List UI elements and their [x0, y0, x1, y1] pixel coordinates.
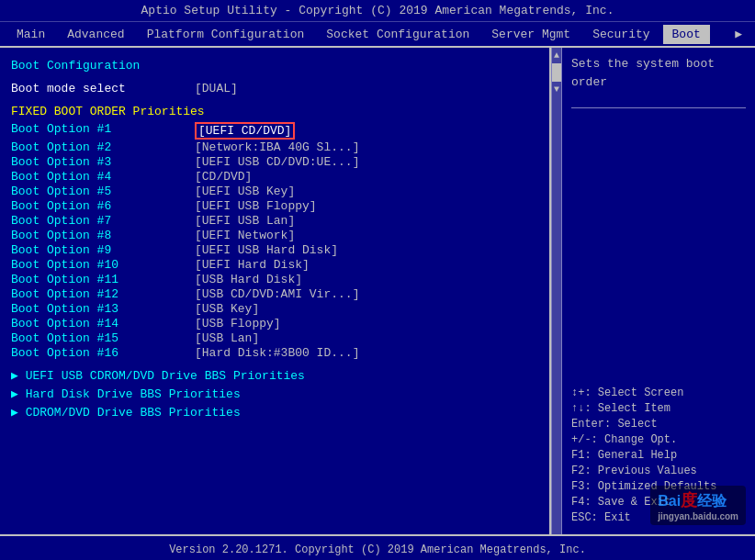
boot-option-label: Boot Option #6 [11, 199, 195, 213]
boot-option-value: [UEFI Hard Disk] [195, 258, 310, 272]
boot-option-value: [Hard Disk:#3B00 ID...] [195, 346, 359, 360]
boot-option-row[interactable]: Boot Option #2[Network:IBA 40G Sl...] [11, 140, 538, 154]
scroll-down-arrow[interactable]: ▼ [553, 84, 560, 95]
boot-option-row[interactable]: Boot Option #11[USB Hard Disk] [11, 273, 538, 286]
scrollbar[interactable]: ▲ ▼ [551, 48, 562, 534]
boot-option-label: Boot Option #13 [11, 302, 195, 316]
help-text: Sets the system boot order [571, 55, 746, 91]
help-divider [571, 107, 746, 108]
boot-option-row[interactable]: Boot Option #6[UEFI USB Floppy] [11, 199, 538, 213]
boot-option-label: Boot Option #3 [11, 155, 195, 169]
boot-options-list: Boot Option #1[UEFI CD/DVD]Boot Option #… [11, 122, 538, 360]
boot-option-row[interactable]: Boot Option #15[USB Lan] [11, 331, 538, 345]
boot-option-label: Boot Option #2 [11, 140, 195, 154]
title-text: Aptio Setup Utility - Copyright (C) 2019… [141, 4, 614, 17]
scroll-up-arrow[interactable]: ▲ [553, 50, 560, 62]
boot-option-row[interactable]: Boot Option #14[USB Floppy] [11, 317, 538, 330]
help-command: +/-: Change Opt. [571, 433, 746, 446]
boot-option-label: Boot Option #4 [11, 170, 195, 184]
boot-option-label: Boot Option #15 [11, 331, 195, 345]
boot-option-row[interactable]: Boot Option #12[USB CD/DVD:AMI Vir...] [11, 287, 538, 301]
watermark-url: jingyan.baidu.com [658, 511, 738, 521]
boot-option-value: [UEFI USB Lan] [195, 214, 295, 228]
boot-option-row[interactable]: Boot Option #1[UEFI CD/DVD] [11, 122, 538, 140]
boot-mode-row: Boot mode select [DUAL] [11, 82, 538, 95]
boot-option-label: Boot Option #1 [11, 122, 195, 140]
boot-option-value: [UEFI USB CD/DVD:UE...] [195, 155, 359, 169]
footer-text: Version 2.20.1271. Copyright (C) 2019 Am… [169, 543, 586, 556]
boot-option-label: Boot Option #12 [11, 287, 195, 301]
boot-option-value: [UEFI USB Hard Disk] [195, 243, 338, 257]
boot-option-row[interactable]: Boot Option #16[Hard Disk:#3B00 ID...] [11, 346, 538, 360]
menu-item-server-mgmt[interactable]: Server Mgmt [482, 25, 580, 44]
watermark-text: Bai [658, 493, 681, 509]
boot-option-value: [Network:IBA 40G Sl...] [195, 140, 359, 154]
help-command: ↑↓: Select Item [571, 402, 746, 415]
menu-item-boot[interactable]: Boot [663, 25, 710, 44]
title-bar: Aptio Setup Utility - Copyright (C) 2019… [0, 0, 755, 22]
help-command: Enter: Select [571, 418, 746, 431]
submenu-item[interactable]: UEFI USB CDROM/DVD Drive BBS Priorities [11, 367, 538, 384]
help-command: F1: General Help [571, 449, 746, 462]
boot-option-row[interactable]: Boot Option #13[USB Key] [11, 302, 538, 316]
boot-mode-label[interactable]: Boot mode select [11, 82, 195, 95]
submenu-item[interactable]: Hard Disk Drive BBS Priorities [11, 386, 538, 402]
boot-option-row[interactable]: Boot Option #7[UEFI USB Lan] [11, 214, 538, 228]
submenu-item[interactable]: CDROM/DVD Drive BBS Priorities [11, 404, 538, 420]
boot-option-row[interactable]: Boot Option #10[UEFI Hard Disk] [11, 258, 538, 272]
boot-option-value: [USB Key] [195, 302, 259, 316]
menu-right-arrow[interactable]: ▶ [729, 24, 748, 44]
boot-option-row[interactable]: Boot Option #4[CD/DVD] [11, 170, 538, 184]
boot-option-label: Boot Option #14 [11, 317, 195, 330]
boot-config-title: Boot Configuration [11, 59, 538, 73]
boot-option-label: Boot Option #9 [11, 243, 195, 257]
boot-option-row[interactable]: Boot Option #5[UEFI USB Key] [11, 185, 538, 198]
boot-option-label: Boot Option #11 [11, 273, 195, 286]
boot-option-label: Boot Option #10 [11, 258, 195, 272]
boot-option-value: [UEFI USB Floppy] [195, 199, 317, 213]
menu-bar: MainAdvancedPlatform ConfigurationSocket… [0, 22, 755, 48]
help-command: ↕+: Select Screen [571, 386, 746, 399]
boot-option-label: Boot Option #5 [11, 185, 195, 198]
menu-item-socket-configuration[interactable]: Socket Configuration [317, 25, 479, 44]
boot-option-label: Boot Option #8 [11, 229, 195, 242]
boot-option-row[interactable]: Boot Option #8[UEFI Network] [11, 229, 538, 242]
boot-option-value: [CD/DVD] [195, 170, 252, 184]
footer: Version 2.20.1271. Copyright (C) 2019 Am… [0, 534, 755, 560]
boot-option-label: Boot Option #16 [11, 346, 195, 360]
boot-option-value: [UEFI USB Key] [195, 185, 295, 198]
menu-item-main[interactable]: Main [7, 25, 54, 44]
boot-option-value: [UEFI CD/DVD] [195, 122, 295, 140]
help-command: F2: Previous Values [571, 465, 746, 477]
boot-mode-value: [DUAL] [195, 82, 238, 95]
boot-option-label: Boot Option #7 [11, 214, 195, 228]
scroll-thumb[interactable] [552, 63, 561, 82]
fixed-boot-header: FIXED BOOT ORDER Priorities [11, 105, 538, 118]
watermark: Bai度经验 jingyan.baidu.com [650, 486, 746, 525]
left-panel: Boot Configuration Boot mode select [DUA… [0, 48, 551, 534]
menu-item-security[interactable]: Security [583, 25, 659, 44]
boot-option-value: [USB Floppy] [195, 317, 281, 330]
menu-item-platform-configuration[interactable]: Platform Configuration [138, 25, 314, 44]
boot-option-value: [UEFI Network] [195, 229, 295, 242]
boot-option-value: [USB Lan] [195, 331, 259, 345]
main-content: Boot Configuration Boot mode select [DUA… [0, 48, 755, 534]
boot-option-value: [USB CD/DVD:AMI Vir...] [195, 287, 359, 301]
right-panel: Sets the system boot order ↕+: Select Sc… [562, 48, 755, 534]
submenus-list: UEFI USB CDROM/DVD Drive BBS PrioritiesH… [11, 367, 538, 420]
boot-option-row[interactable]: Boot Option #9[UEFI USB Hard Disk] [11, 243, 538, 257]
menu-item-advanced[interactable]: Advanced [58, 25, 133, 44]
boot-option-row[interactable]: Boot Option #3[UEFI USB CD/DVD:UE...] [11, 155, 538, 169]
boot-option-value: [USB Hard Disk] [195, 273, 302, 286]
